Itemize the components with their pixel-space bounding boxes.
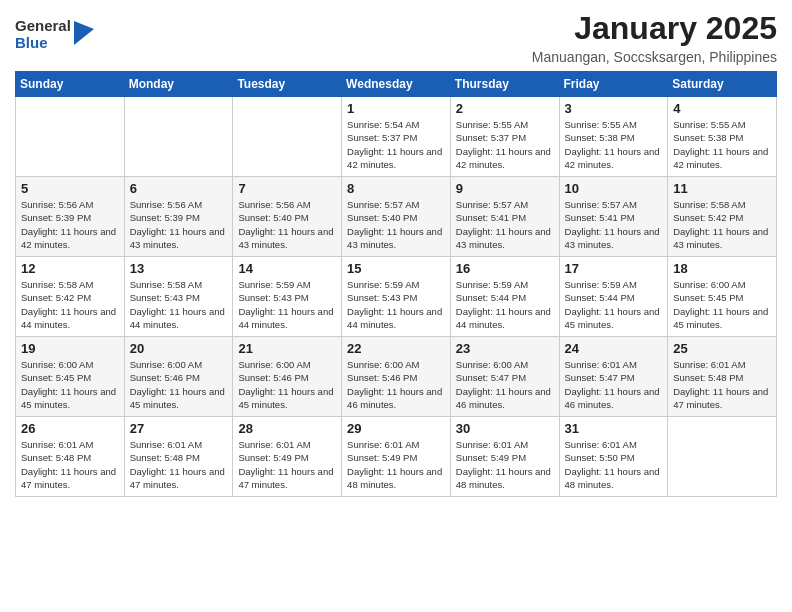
day-cell: 11Sunrise: 5:58 AMSunset: 5:42 PMDayligh… (668, 177, 777, 257)
day-number: 20 (130, 341, 228, 356)
logo: General Blue (15, 18, 94, 51)
calendar-title: January 2025 (532, 10, 777, 47)
day-number: 24 (565, 341, 663, 356)
day-cell: 13Sunrise: 5:58 AMSunset: 5:43 PMDayligh… (124, 257, 233, 337)
week-row-5: 26Sunrise: 6:01 AMSunset: 5:48 PMDayligh… (16, 417, 777, 497)
day-number: 8 (347, 181, 445, 196)
header-cell-monday: Monday (124, 72, 233, 97)
title-area: January 2025 Manuangan, Soccsksargen, Ph… (532, 10, 777, 65)
day-info: Sunrise: 5:57 AMSunset: 5:40 PMDaylight:… (347, 198, 445, 251)
week-row-3: 12Sunrise: 5:58 AMSunset: 5:42 PMDayligh… (16, 257, 777, 337)
header-cell-saturday: Saturday (668, 72, 777, 97)
day-info: Sunrise: 5:59 AMSunset: 5:43 PMDaylight:… (238, 278, 336, 331)
day-cell: 15Sunrise: 5:59 AMSunset: 5:43 PMDayligh… (342, 257, 451, 337)
header-cell-tuesday: Tuesday (233, 72, 342, 97)
day-cell: 30Sunrise: 6:01 AMSunset: 5:49 PMDayligh… (450, 417, 559, 497)
header-row: SundayMondayTuesdayWednesdayThursdayFrid… (16, 72, 777, 97)
day-info: Sunrise: 5:58 AMSunset: 5:42 PMDaylight:… (21, 278, 119, 331)
day-cell: 2Sunrise: 5:55 AMSunset: 5:37 PMDaylight… (450, 97, 559, 177)
day-cell (124, 97, 233, 177)
day-info: Sunrise: 5:58 AMSunset: 5:43 PMDaylight:… (130, 278, 228, 331)
day-number: 17 (565, 261, 663, 276)
calendar-subtitle: Manuangan, Soccsksargen, Philippines (532, 49, 777, 65)
day-cell (668, 417, 777, 497)
day-number: 21 (238, 341, 336, 356)
day-cell: 3Sunrise: 5:55 AMSunset: 5:38 PMDaylight… (559, 97, 668, 177)
day-cell: 27Sunrise: 6:01 AMSunset: 5:48 PMDayligh… (124, 417, 233, 497)
day-number: 15 (347, 261, 445, 276)
day-cell: 16Sunrise: 5:59 AMSunset: 5:44 PMDayligh… (450, 257, 559, 337)
day-cell: 22Sunrise: 6:00 AMSunset: 5:46 PMDayligh… (342, 337, 451, 417)
day-cell: 12Sunrise: 5:58 AMSunset: 5:42 PMDayligh… (16, 257, 125, 337)
day-info: Sunrise: 5:59 AMSunset: 5:44 PMDaylight:… (456, 278, 554, 331)
day-number: 18 (673, 261, 771, 276)
day-number: 9 (456, 181, 554, 196)
day-cell: 24Sunrise: 6:01 AMSunset: 5:47 PMDayligh… (559, 337, 668, 417)
day-number: 3 (565, 101, 663, 116)
day-cell: 23Sunrise: 6:00 AMSunset: 5:47 PMDayligh… (450, 337, 559, 417)
day-info: Sunrise: 6:00 AMSunset: 5:46 PMDaylight:… (130, 358, 228, 411)
day-cell: 1Sunrise: 5:54 AMSunset: 5:37 PMDaylight… (342, 97, 451, 177)
header-cell-wednesday: Wednesday (342, 72, 451, 97)
day-number: 7 (238, 181, 336, 196)
day-info: Sunrise: 5:57 AMSunset: 5:41 PMDaylight:… (456, 198, 554, 251)
day-number: 2 (456, 101, 554, 116)
day-cell: 7Sunrise: 5:56 AMSunset: 5:40 PMDaylight… (233, 177, 342, 257)
day-cell: 17Sunrise: 5:59 AMSunset: 5:44 PMDayligh… (559, 257, 668, 337)
day-cell: 31Sunrise: 6:01 AMSunset: 5:50 PMDayligh… (559, 417, 668, 497)
day-info: Sunrise: 6:00 AMSunset: 5:46 PMDaylight:… (238, 358, 336, 411)
day-info: Sunrise: 6:00 AMSunset: 5:45 PMDaylight:… (673, 278, 771, 331)
day-info: Sunrise: 5:59 AMSunset: 5:44 PMDaylight:… (565, 278, 663, 331)
calendar-table: SundayMondayTuesdayWednesdayThursdayFrid… (15, 71, 777, 497)
day-number: 6 (130, 181, 228, 196)
day-cell: 18Sunrise: 6:00 AMSunset: 5:45 PMDayligh… (668, 257, 777, 337)
header: General Blue January 2025 Manuangan, Soc… (15, 10, 777, 65)
day-info: Sunrise: 5:56 AMSunset: 5:39 PMDaylight:… (130, 198, 228, 251)
day-cell: 9Sunrise: 5:57 AMSunset: 5:41 PMDaylight… (450, 177, 559, 257)
day-cell (16, 97, 125, 177)
day-cell: 14Sunrise: 5:59 AMSunset: 5:43 PMDayligh… (233, 257, 342, 337)
day-info: Sunrise: 6:01 AMSunset: 5:50 PMDaylight:… (565, 438, 663, 491)
header-cell-sunday: Sunday (16, 72, 125, 97)
header-cell-thursday: Thursday (450, 72, 559, 97)
day-cell: 20Sunrise: 6:00 AMSunset: 5:46 PMDayligh… (124, 337, 233, 417)
day-cell (233, 97, 342, 177)
day-cell: 29Sunrise: 6:01 AMSunset: 5:49 PMDayligh… (342, 417, 451, 497)
day-info: Sunrise: 6:00 AMSunset: 5:47 PMDaylight:… (456, 358, 554, 411)
day-info: Sunrise: 6:01 AMSunset: 5:47 PMDaylight:… (565, 358, 663, 411)
day-info: Sunrise: 5:59 AMSunset: 5:43 PMDaylight:… (347, 278, 445, 331)
day-info: Sunrise: 6:01 AMSunset: 5:48 PMDaylight:… (130, 438, 228, 491)
day-number: 1 (347, 101, 445, 116)
day-info: Sunrise: 5:54 AMSunset: 5:37 PMDaylight:… (347, 118, 445, 171)
day-number: 25 (673, 341, 771, 356)
day-number: 4 (673, 101, 771, 116)
day-cell: 10Sunrise: 5:57 AMSunset: 5:41 PMDayligh… (559, 177, 668, 257)
day-info: Sunrise: 5:55 AMSunset: 5:38 PMDaylight:… (565, 118, 663, 171)
logo-general-text: General (15, 18, 71, 35)
day-info: Sunrise: 6:01 AMSunset: 5:48 PMDaylight:… (21, 438, 119, 491)
day-number: 16 (456, 261, 554, 276)
day-number: 11 (673, 181, 771, 196)
day-number: 13 (130, 261, 228, 276)
day-number: 23 (456, 341, 554, 356)
day-cell: 26Sunrise: 6:01 AMSunset: 5:48 PMDayligh… (16, 417, 125, 497)
day-info: Sunrise: 5:56 AMSunset: 5:39 PMDaylight:… (21, 198, 119, 251)
day-info: Sunrise: 5:57 AMSunset: 5:41 PMDaylight:… (565, 198, 663, 251)
day-cell: 8Sunrise: 5:57 AMSunset: 5:40 PMDaylight… (342, 177, 451, 257)
week-row-4: 19Sunrise: 6:00 AMSunset: 5:45 PMDayligh… (16, 337, 777, 417)
day-info: Sunrise: 6:01 AMSunset: 5:49 PMDaylight:… (456, 438, 554, 491)
day-info: Sunrise: 5:55 AMSunset: 5:38 PMDaylight:… (673, 118, 771, 171)
logo-icon (74, 21, 94, 45)
day-info: Sunrise: 6:01 AMSunset: 5:48 PMDaylight:… (673, 358, 771, 411)
day-number: 12 (21, 261, 119, 276)
day-number: 31 (565, 421, 663, 436)
day-info: Sunrise: 6:01 AMSunset: 5:49 PMDaylight:… (347, 438, 445, 491)
day-number: 29 (347, 421, 445, 436)
week-row-2: 5Sunrise: 5:56 AMSunset: 5:39 PMDaylight… (16, 177, 777, 257)
day-info: Sunrise: 6:00 AMSunset: 5:46 PMDaylight:… (347, 358, 445, 411)
day-cell: 25Sunrise: 6:01 AMSunset: 5:48 PMDayligh… (668, 337, 777, 417)
day-cell: 5Sunrise: 5:56 AMSunset: 5:39 PMDaylight… (16, 177, 125, 257)
day-info: Sunrise: 5:56 AMSunset: 5:40 PMDaylight:… (238, 198, 336, 251)
day-number: 27 (130, 421, 228, 436)
day-number: 28 (238, 421, 336, 436)
